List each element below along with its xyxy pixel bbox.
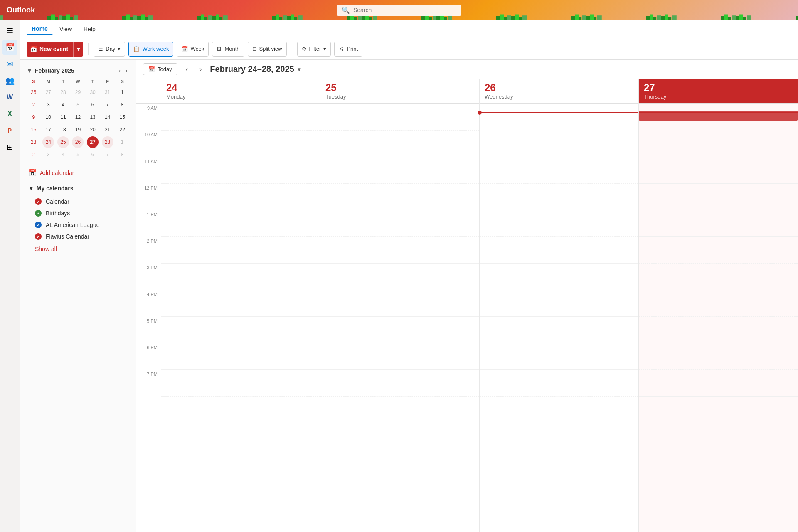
slot-row[interactable] — [161, 317, 320, 343]
search-input[interactable] — [353, 7, 456, 13]
slot-row[interactable] — [639, 210, 798, 237]
print-button[interactable]: 🖨 Print — [334, 42, 362, 57]
mini-cal-collapse-btn[interactable]: ▼ — [27, 67, 32, 74]
tuesday-slots[interactable] — [320, 104, 479, 532]
slot-row[interactable] — [480, 317, 638, 343]
wednesday-slots[interactable] — [480, 104, 638, 532]
slot-row[interactable] — [320, 290, 479, 317]
new-event-dropdown[interactable]: ▾ — [74, 42, 83, 57]
slot-row[interactable] — [639, 237, 798, 264]
add-calendar-button[interactable]: 📅 Add calendar — [27, 165, 129, 180]
mini-cal-cell[interactable]: 18 — [57, 124, 69, 135]
mini-cal-cell[interactable]: 10 — [42, 111, 54, 123]
calendar-item-birthdays[interactable]: Birthdays — [27, 207, 129, 219]
filter-button[interactable]: ⚙ Filter ▾ — [297, 42, 331, 57]
mini-cal-cell[interactable]: 14 — [102, 111, 113, 123]
mini-cal-cell[interactable]: 7 — [102, 99, 113, 111]
mini-cal-cell[interactable]: 8 — [116, 99, 128, 111]
mini-cal-cell[interactable]: 19 — [72, 124, 84, 135]
mini-cal-cell[interactable]: 2 — [28, 149, 39, 160]
mini-cal-cell[interactable]: 21 — [102, 124, 113, 135]
mini-cal-cell[interactable]: 22 — [116, 124, 128, 135]
mini-cal-cell[interactable]: 26 — [28, 86, 39, 98]
mini-cal-cell[interactable]: 16 — [28, 124, 39, 135]
month-button[interactable]: 🗓 Month — [212, 42, 244, 57]
calendar-item-flavius[interactable]: Flavius Calendar — [27, 231, 129, 242]
nav-help[interactable]: Help — [79, 23, 101, 35]
sidebar-item-people[interactable]: 👥 — [2, 73, 17, 88]
mini-cal-prev[interactable]: ‹ — [117, 66, 123, 75]
new-event-button[interactable]: 📅 New event ▾ — [27, 42, 83, 57]
slot-row[interactable] — [320, 317, 479, 343]
thursday-slots[interactable] — [639, 104, 798, 532]
mini-cal-cell[interactable]: 3 — [42, 99, 54, 111]
slot-row[interactable] — [639, 370, 798, 397]
mini-cal-cell[interactable]: 25 — [57, 136, 69, 148]
today-button[interactable]: 📅 Today — [143, 63, 177, 75]
slot-row[interactable] — [320, 210, 479, 237]
sidebar-item-mail[interactable]: ✉ — [2, 57, 17, 71]
slot-row[interactable] — [320, 131, 479, 157]
mini-cal-cell[interactable]: 26 — [72, 136, 84, 148]
mini-cal-cell[interactable]: 2 — [28, 99, 39, 111]
cal-prev-btn[interactable]: ‹ — [182, 64, 191, 75]
mini-cal-cell[interactable]: 13 — [87, 111, 99, 123]
slot-row[interactable] — [639, 184, 798, 210]
slot-row[interactable] — [320, 184, 479, 210]
mini-cal-cell[interactable]: 29 — [72, 86, 84, 98]
mini-cal-cell[interactable]: 30 — [87, 86, 99, 98]
slot-row[interactable] — [320, 264, 479, 290]
mini-cal-cell[interactable]: 1 — [116, 136, 128, 148]
slot-row[interactable] — [639, 157, 798, 184]
sidebar-item-apps[interactable]: ⊞ — [2, 140, 17, 155]
show-all-link[interactable]: Show all — [27, 244, 129, 254]
mini-cal-cell[interactable]: 12 — [72, 111, 84, 123]
slot-row[interactable] — [161, 370, 320, 397]
mini-cal-cell[interactable]: 23 — [28, 136, 39, 148]
slot-row[interactable] — [161, 104, 320, 131]
mini-cal-cell[interactable]: 27 — [42, 86, 54, 98]
slot-row[interactable] — [161, 210, 320, 237]
cal-title-chevron[interactable]: ▾ — [298, 66, 300, 73]
sidebar-item-excel[interactable]: X — [2, 106, 17, 121]
mini-cal-cell[interactable]: 8 — [116, 149, 128, 160]
mini-cal-cell[interactable]: 3 — [42, 149, 54, 160]
slot-row[interactable] — [480, 343, 638, 370]
slot-row[interactable] — [480, 370, 638, 397]
mini-cal-cell[interactable]: 5 — [72, 149, 84, 160]
slot-row[interactable] — [161, 237, 320, 264]
slot-row[interactable] — [480, 157, 638, 184]
cal-next-btn[interactable]: › — [196, 64, 205, 75]
calendar-item-calendar[interactable]: Calendar — [27, 196, 129, 207]
mini-cal-cell[interactable]: 9 — [28, 111, 39, 123]
mini-cal-cell[interactable]: 24 — [42, 136, 54, 148]
mini-cal-cell[interactable]: 6 — [87, 99, 99, 111]
mini-cal-cell[interactable]: 28 — [102, 136, 113, 148]
mini-cal-next[interactable]: › — [124, 66, 129, 75]
mini-cal-cell[interactable]: 31 — [102, 86, 113, 98]
slot-row[interactable] — [480, 264, 638, 290]
week-button[interactable]: 📅 Week — [177, 42, 209, 57]
slot-row[interactable] — [320, 104, 479, 131]
slot-row[interactable] — [639, 317, 798, 343]
mini-cal-cell[interactable]: 5 — [72, 99, 84, 111]
slot-row[interactable] — [161, 184, 320, 210]
slot-row[interactable] — [320, 237, 479, 264]
sidebar-item-word[interactable]: W — [2, 90, 17, 105]
mini-cal-cell[interactable]: 4 — [57, 99, 69, 111]
mini-cal-cell[interactable]: 1 — [116, 86, 128, 98]
slot-row[interactable] — [161, 131, 320, 157]
mini-cal-cell[interactable]: 6 — [87, 149, 99, 160]
slot-row[interactable] — [480, 237, 638, 264]
slot-row[interactable] — [320, 370, 479, 397]
slot-row[interactable] — [320, 343, 479, 370]
my-calendars-header[interactable]: ▼ My calendars — [27, 183, 129, 193]
mini-cal-today[interactable]: 27 — [87, 136, 99, 148]
slot-row[interactable] — [480, 290, 638, 317]
day-view-button[interactable]: ☰ Day ▾ — [94, 42, 125, 57]
slot-row[interactable] — [161, 343, 320, 370]
work-week-button[interactable]: 📋 Work week — [128, 42, 173, 57]
slot-row[interactable] — [639, 343, 798, 370]
mini-cal-cell[interactable]: 15 — [116, 111, 128, 123]
mini-cal-cell[interactable]: 28 — [57, 86, 69, 98]
